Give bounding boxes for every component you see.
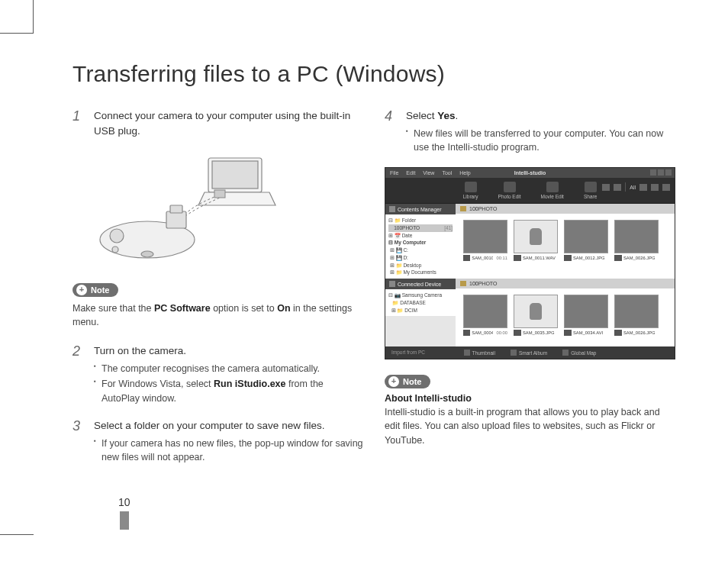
footer-thumbnail-button[interactable]: Thumbnail [464, 350, 495, 356]
type-tag-icon [514, 255, 521, 261]
connected-device-header: Connected Device [385, 279, 456, 289]
app-menubar: File Edit View Tool Help Intelli-studio [385, 168, 675, 178]
crop-mark [0, 33, 34, 34]
tree-drive-d[interactable]: ⊞ 💾 D: [388, 254, 453, 262]
filename: SAM_0004. [472, 330, 493, 335]
label: Library [463, 194, 478, 199]
bullet: If your camera has no new files, the pop… [94, 437, 363, 466]
bullet: For Windows Vista, select Run iStudio.ex… [94, 377, 363, 406]
label: Contents Manager [398, 207, 442, 212]
filename: SAM_0011.WAV [523, 256, 556, 260]
maximize-icon[interactable] [658, 169, 664, 176]
note-badge: + Note [72, 283, 118, 297]
app-footer: Import from PC Thumbnail Smart Album Glo… [385, 346, 675, 359]
step-number: 4 [385, 108, 397, 156]
minimize-icon[interactable] [650, 169, 656, 176]
tree-folder[interactable]: ⊟ 📁 Folder [388, 217, 453, 224]
filter-audio-icon[interactable] [662, 184, 670, 191]
mode-share[interactable]: Share [584, 182, 597, 199]
thumbnail[interactable]: SAM_0026.JPG [614, 295, 659, 340]
label: Movie Edit [541, 194, 564, 199]
step-bullets: New files will be transferred to your co… [406, 127, 675, 156]
tool-icon[interactable] [602, 184, 610, 191]
mode-photo-edit[interactable]: Photo Edit [498, 182, 521, 199]
library-icon [465, 182, 477, 192]
thumbnail[interactable]: SAM_0011.WAV [514, 220, 558, 266]
thumbnails-bottom: SAM_0004.00:00 SAM_0035.JPG SAM_0034.AVI… [456, 288, 675, 346]
sidebar-bottom: Connected Device ⊟ 📷 Samsung Camera 📁 DA… [385, 279, 456, 346]
menu-tool[interactable]: Tool [442, 170, 452, 176]
t: 100PHOTO [394, 225, 420, 230]
step-1: 1 Connect your camera to your computer u… [72, 108, 363, 141]
app-modebar: Library Photo Edit Movie Edit Share All [385, 178, 675, 204]
type-tag-icon [564, 255, 572, 261]
type-tag-icon [614, 330, 622, 336]
share-icon [585, 182, 597, 192]
tree-database[interactable]: 📁 DATABASE [388, 299, 453, 307]
step-3: 3 Select a folder on your computer to sa… [72, 418, 363, 466]
label: Global Map [571, 350, 596, 356]
tree-camera[interactable]: ⊟ 📷 Samsung Camera [388, 292, 453, 299]
menu-view[interactable]: View [423, 170, 434, 176]
filter-all[interactable]: All [630, 185, 636, 190]
separator [625, 182, 626, 192]
duration: 00:11 [496, 256, 507, 260]
thumb-image [564, 220, 608, 253]
tree-desktop[interactable]: ⊞ 📁 Desktop [388, 262, 453, 269]
filename: SAM_0034.AVI [573, 330, 603, 335]
menu-help[interactable]: Help [459, 170, 470, 176]
thumbnail[interactable]: SAM_0012.JPG [564, 220, 608, 266]
tool-icon[interactable] [614, 184, 621, 191]
tree-drive-c[interactable]: ⊞ 💾 C: [388, 247, 453, 254]
camera-usb-diagram [94, 152, 363, 269]
label: Share [584, 194, 597, 199]
thumbnail[interactable]: SAM_0035.JPG [514, 295, 558, 340]
tree-100photo[interactable]: 100PHOTO[41] [388, 224, 453, 232]
bullet: New files will be transferred to your co… [406, 127, 675, 156]
svg-rect-4 [166, 211, 186, 228]
step-2: 2 Turn on the camera. The computer recog… [72, 343, 363, 408]
mode-library[interactable]: Library [463, 182, 478, 199]
thumbnail[interactable]: SAM_0026.JPG [614, 220, 659, 266]
contents-manager-header: Contents Manager [385, 204, 456, 214]
filter-photo-icon[interactable] [639, 184, 647, 191]
step-text: Select Yes. New files will be transferre… [406, 108, 675, 156]
label: 100PHOTO [469, 281, 497, 286]
import-from-pc[interactable]: Import from PC [391, 350, 425, 355]
grid-icon [464, 350, 470, 356]
sidebar-top: Contents Manager ⊟ 📁 Folder 100PHOTO[41]… [385, 204, 456, 279]
step-main-text: Select a folder on your computer to save… [94, 418, 363, 433]
plus-icon: + [388, 376, 399, 387]
tree-dcim[interactable]: ⊞ 📁 DCIM [388, 307, 453, 314]
step-main-text: Select Yes. [406, 108, 675, 124]
tree-my-computer[interactable]: ⊟ My Computer [388, 239, 453, 247]
app-body-top: Contents Manager ⊟ 📁 Folder 100PHOTO[41]… [385, 204, 675, 279]
mode-movie-edit[interactable]: Movie Edit [541, 182, 564, 199]
label: Photo Edit [498, 194, 521, 199]
type-tag-icon [463, 330, 470, 336]
app-body-bottom: Connected Device ⊟ 📷 Samsung Camera 📁 DA… [385, 279, 675, 346]
t: Folder [402, 218, 416, 223]
tree-contents: ⊟ 📁 Folder 100PHOTO[41] ⊞ 📅 Date ⊟ My Co… [385, 214, 456, 279]
filter-video-icon[interactable] [651, 184, 659, 191]
step-number: 3 [72, 418, 85, 466]
t: DATABASE [400, 300, 426, 305]
thumbnail[interactable]: SAM_0004.00:00 [463, 295, 507, 340]
menu-edit[interactable]: Edit [406, 170, 415, 176]
thumb-image [614, 220, 659, 253]
page-content: Transferring files to a PC (Windows) 1 C… [72, 61, 675, 477]
footer-smart-album-button[interactable]: Smart Album [511, 350, 547, 356]
footer-global-map-button[interactable]: Global Map [562, 350, 596, 356]
tree-date[interactable]: ⊞ 📅 Date [388, 232, 453, 240]
note-label: Note [91, 285, 109, 295]
count: [41] [444, 224, 453, 232]
thumbnail[interactable]: SAM_0010.00:11 [463, 220, 507, 266]
step-number: 1 [72, 108, 85, 141]
close-icon[interactable] [665, 169, 672, 176]
svg-point-6 [110, 229, 124, 243]
menu-file[interactable]: File [390, 170, 398, 176]
thumbnail[interactable]: SAM_0034.AVI [564, 295, 608, 340]
tree-documents[interactable]: ⊞ 📁 My Documents [388, 269, 453, 276]
svg-rect-2 [214, 190, 225, 198]
label: Smart Album [519, 350, 547, 356]
